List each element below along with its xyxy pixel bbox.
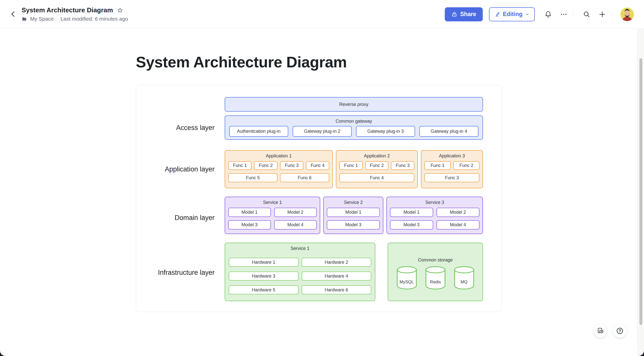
application-title: Application 1 bbox=[228, 153, 329, 159]
hardware-node: Hardware 6 bbox=[302, 285, 372, 294]
func-node: Func 3 bbox=[424, 173, 479, 182]
more-button[interactable] bbox=[558, 9, 570, 20]
gateway-title: Common gateway bbox=[229, 118, 478, 124]
func-node: Func 5 bbox=[228, 173, 277, 182]
application-title: Application 2 bbox=[339, 153, 414, 159]
editing-mode-button[interactable]: Editing bbox=[489, 7, 535, 21]
folder-icon bbox=[22, 16, 27, 22]
divider bbox=[612, 11, 612, 18]
create-new-button[interactable] bbox=[596, 9, 608, 20]
comments-button[interactable] bbox=[594, 324, 607, 338]
application-layer-label: Application layer bbox=[136, 165, 215, 173]
hardware-node: Hardware 2 bbox=[302, 258, 372, 267]
database-label: MySQL bbox=[396, 280, 417, 285]
chevron-down-icon bbox=[525, 12, 529, 16]
model-node: Model 2 bbox=[436, 208, 480, 217]
model-node: Model 1 bbox=[390, 208, 433, 217]
doc-comment-icon bbox=[597, 327, 604, 334]
application-3-group: Application 3 Func 1 Func 2 Func 3 bbox=[421, 150, 483, 188]
func-node: Func 1 bbox=[424, 161, 451, 170]
share-label: Share bbox=[460, 11, 476, 18]
infra-service-group: Service 1 Hardware 1 Hardware 2 Hardware… bbox=[225, 243, 375, 301]
service-title: Service 2 bbox=[327, 199, 380, 206]
common-storage-group: Common storage MySQL Redis MQ bbox=[388, 243, 483, 301]
func-node: Func 4 bbox=[339, 173, 414, 182]
last-modified: Last modified: 6 minutes ago bbox=[60, 16, 128, 22]
page-title[interactable]: System Architecture Diagram bbox=[136, 53, 347, 71]
lock-icon bbox=[451, 11, 457, 17]
database-cylinder: MySQL bbox=[396, 266, 417, 290]
divider bbox=[573, 11, 573, 18]
model-node: Model 3 bbox=[327, 220, 380, 230]
reverse-proxy-node: Reverse proxy bbox=[225, 97, 483, 112]
notifications-button[interactable] bbox=[542, 9, 554, 20]
model-node: Model 4 bbox=[274, 220, 317, 230]
application-1-group: Application 1 Func 1 Func 2 Func 3 Func … bbox=[225, 150, 333, 188]
func-node: Func 3 bbox=[280, 161, 303, 170]
search-button[interactable] bbox=[581, 9, 592, 20]
access-layer-label: Access layer bbox=[136, 123, 215, 132]
doc-info: System Architecture Diagram My Space Las… bbox=[22, 6, 128, 22]
database-cylinder: Redis bbox=[425, 266, 446, 290]
model-node: Model 3 bbox=[228, 220, 271, 230]
service-title: Service 3 bbox=[390, 199, 479, 206]
scrollbar-track[interactable] bbox=[637, 29, 644, 356]
bell-icon bbox=[544, 11, 552, 18]
window-corner bbox=[0, 349, 7, 356]
hardware-node: Hardware 1 bbox=[229, 258, 299, 267]
func-node: Func 6 bbox=[280, 173, 329, 182]
func-node: Func 2 bbox=[254, 161, 277, 170]
service-2-group: Service 2 Model 1 Model 3 bbox=[323, 197, 383, 234]
func-node: Func 1 bbox=[228, 161, 252, 170]
gateway-plugin-node: Gateway plug-in 3 bbox=[356, 126, 415, 137]
gateway-plugin-node: Authentication plug-in bbox=[229, 126, 288, 137]
scrollbar-thumb[interactable] bbox=[639, 58, 642, 325]
question-icon bbox=[616, 327, 624, 335]
pen-icon bbox=[495, 11, 500, 17]
model-node: Model 4 bbox=[436, 220, 480, 230]
plus-icon bbox=[598, 11, 606, 18]
infrastructure-layer-label: Infrastructure layer bbox=[136, 268, 215, 277]
database-label: MQ bbox=[454, 280, 474, 285]
application-2-group: Application 2 Func 1 Func 2 Func 3 Func … bbox=[336, 150, 418, 188]
gateway-plugin-node: Gateway plug-in 2 bbox=[293, 126, 352, 137]
model-node: Model 3 bbox=[390, 220, 433, 230]
model-node: Model 1 bbox=[327, 208, 380, 217]
model-node: Model 1 bbox=[228, 208, 271, 217]
share-button[interactable]: Share bbox=[445, 7, 483, 21]
doc-title: System Architecture Diagram bbox=[22, 6, 113, 14]
star-button[interactable] bbox=[117, 7, 123, 13]
search-icon bbox=[583, 11, 590, 18]
chevron-left-icon bbox=[10, 10, 17, 18]
editing-label: Editing bbox=[503, 11, 522, 18]
ellipsis-icon bbox=[560, 11, 568, 18]
hardware-node: Hardware 3 bbox=[229, 272, 299, 281]
infra-service-title: Service 1 bbox=[229, 245, 371, 252]
star-icon bbox=[117, 7, 123, 13]
func-node: Func 2 bbox=[365, 161, 389, 170]
func-node: Func 3 bbox=[391, 161, 414, 170]
architecture-diagram-canvas[interactable]: Access layer Application layer Domain la… bbox=[136, 85, 502, 312]
database-cylinder: MQ bbox=[454, 266, 474, 290]
service-title: Service 1 bbox=[228, 199, 317, 206]
application-title: Application 3 bbox=[424, 153, 479, 159]
common-gateway-group: Common gateway Authentication plug-in Ga… bbox=[225, 115, 483, 140]
help-button[interactable] bbox=[613, 324, 627, 338]
breadcrumb-space[interactable]: My Space bbox=[30, 16, 54, 22]
service-1-group: Service 1 Model 1 Model 2 Model 3 Model … bbox=[225, 197, 320, 234]
model-node: Model 2 bbox=[274, 208, 317, 217]
func-node: Func 4 bbox=[306, 161, 329, 170]
gateway-plugin-node: Gateway plug-in 4 bbox=[419, 126, 478, 137]
storage-title: Common storage bbox=[388, 257, 482, 263]
hardware-node: Hardware 4 bbox=[302, 272, 372, 281]
func-node: Func 1 bbox=[339, 161, 363, 170]
window-corner bbox=[637, 349, 644, 356]
divider bbox=[57, 16, 57, 22]
func-node: Func 2 bbox=[453, 161, 480, 170]
database-label: Redis bbox=[425, 280, 446, 285]
service-3-group: Service 3 Model 1 Model 2 Model 3 Model … bbox=[386, 197, 483, 234]
top-bar: System Architecture Diagram My Space Las… bbox=[0, 0, 644, 28]
domain-layer-label: Domain layer bbox=[136, 213, 215, 222]
back-button[interactable] bbox=[8, 8, 19, 20]
avatar[interactable] bbox=[620, 8, 634, 21]
